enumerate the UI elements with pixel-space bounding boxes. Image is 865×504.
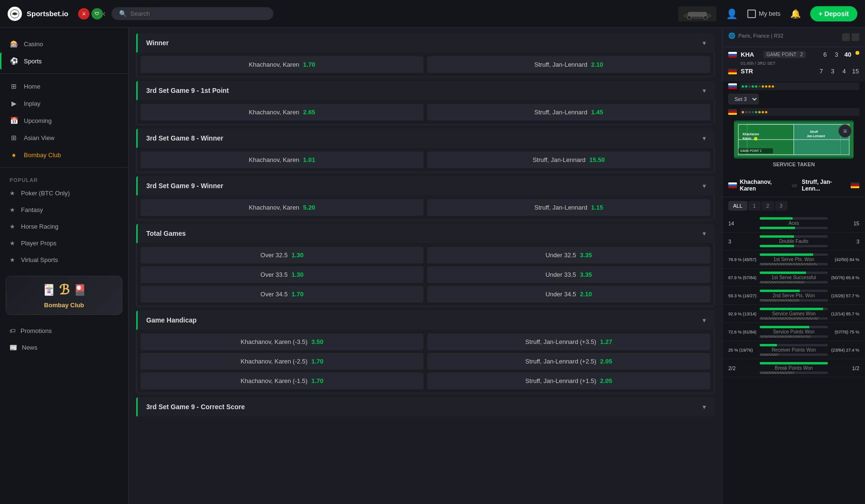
bet-button[interactable]: Khachanov, Karen 5.20 xyxy=(141,199,423,216)
user-icon[interactable]: 👤 xyxy=(726,8,738,20)
bet-button[interactable]: Khachanov, Karen 1.01 xyxy=(141,151,423,168)
market-header[interactable]: Game Handicap ▾ xyxy=(136,311,714,330)
bet-odds: 2.10 xyxy=(580,291,592,298)
game-point-badge: GAME POINT 2 xyxy=(764,51,806,58)
market-header[interactable]: 3rd Set Game 9 - 1st Point ▾ xyxy=(136,81,714,100)
sidebar-item-fantasy[interactable]: ★ Fantasy xyxy=(0,202,128,218)
sidebar-item-inplay[interactable]: ▶ Inplay xyxy=(0,95,128,112)
market-header[interactable]: 3rd Set Game 8 - Winner ▾ xyxy=(136,129,714,148)
mybets-button[interactable]: My bets xyxy=(747,10,781,18)
svg-point-4 xyxy=(704,16,707,20)
stat-bar-container: 1st Serve Pts. Won xyxy=(760,253,828,265)
search-icon: 🔍 xyxy=(119,10,127,17)
stat-label: Service Games Won xyxy=(760,311,828,316)
bet-label: Struff, Jan-Lennard xyxy=(534,204,587,211)
bet-label: Khachanov, Karen (-3.5) xyxy=(241,338,308,345)
bet-button[interactable]: Struff, Jan-Lennard (+3.5) 1.27 xyxy=(427,333,710,350)
bet-odds: 2.05 xyxy=(600,358,612,365)
bet-button[interactable]: Struff, Jan-Lennard 15.50 xyxy=(427,151,710,168)
stat-bar-left xyxy=(760,326,809,328)
sidebar-item-home[interactable]: ⊞ Home xyxy=(0,78,128,95)
sidebar-divider xyxy=(0,73,128,74)
bet-button[interactable]: Khachanov, Karen 2.65 xyxy=(141,104,423,121)
sidebar-item-poker[interactable]: ★ Poker (BTC Only) xyxy=(0,185,128,202)
bet-button[interactable]: Struff, Jan-Lennard (+1.5) 2.05 xyxy=(427,373,710,389)
sidebar-item-promotions[interactable]: 🏷 Promotions xyxy=(0,323,128,339)
player1-full-name: Khachanov, Karen xyxy=(740,179,787,192)
market-winner-header[interactable]: Winner ▾ xyxy=(136,33,714,52)
stats-tab-2[interactable]: 2 xyxy=(762,201,774,211)
sidebar: 🎰 Casino ⚽ Sports ⊞ Home ▶ Inplay 📅 Upco… xyxy=(0,28,129,504)
sidebar-item-virtual-sports[interactable]: ★ Virtual Sports xyxy=(0,252,128,268)
sidebar-item-horse-racing[interactable]: ★ Horse Racing xyxy=(0,218,128,235)
market-header[interactable]: Total Games ▾ xyxy=(136,224,714,243)
location-text: Paris, France | R32 xyxy=(738,33,784,39)
sidebar-item-casino[interactable]: 🎰 Casino xyxy=(0,35,128,52)
kha-rally-track xyxy=(740,82,859,90)
stat-left-val: 25 % (19/76) xyxy=(728,348,757,353)
bet-button[interactable]: Over 33.5 1.30 xyxy=(141,266,423,283)
bombay-promo-box[interactable]: 🃏 ℬ 🎴 Bombay Club xyxy=(6,276,122,315)
stat-bar-left xyxy=(760,272,806,274)
stat-right-val: (12/14) 85.7 % xyxy=(831,312,859,316)
bet-button[interactable]: Struff, Jan-Lennard 1.45 xyxy=(427,104,710,121)
stat-aces: 14 Aces 15 xyxy=(723,214,865,232)
set-select-dropdown[interactable]: Set 3 Set 2 Set 1 xyxy=(728,94,759,104)
stat-label: 1st Serve Successful xyxy=(760,275,828,280)
sidebar-item-player-props[interactable]: ★ Player Props xyxy=(0,235,128,252)
sidebar-item-upcoming[interactable]: 📅 Upcoming xyxy=(0,112,128,129)
sidebar-item-news[interactable]: 📰 News xyxy=(0,339,128,356)
sidebar-item-sports[interactable]: ⚽ Sports xyxy=(0,52,128,70)
bet-button[interactable]: Struff, Jan-Lennard (+2.5) 2.05 xyxy=(427,353,710,370)
bell-icon[interactable]: 🔔 xyxy=(790,9,801,19)
stats-tab-3[interactable]: 3 xyxy=(775,201,787,211)
stat-left-val: 59.3 % (16/27) xyxy=(728,293,757,298)
stat-left-val: 14 xyxy=(728,221,757,226)
bet-button[interactable]: Under 34.5 2.10 xyxy=(427,286,710,302)
player2-score-row: STR 7 3 4 15 xyxy=(728,68,859,75)
bet-button[interactable]: Struff, Jan-Lennard 2.10 xyxy=(427,56,710,73)
market-title: 3rd Set Game 9 - Winner xyxy=(146,182,223,190)
stat-2nd-serve-pts: 59.3 % (16/27) 2nd Serve Pts. Won (15/26… xyxy=(723,287,865,305)
bet-button[interactable]: Khachanov, Karen (-2.5) 1.70 xyxy=(141,353,423,370)
search-input[interactable] xyxy=(131,10,266,17)
bet-button[interactable]: Struff, Jan-Lennard 1.15 xyxy=(427,199,710,216)
bet-button[interactable]: Khachanov, Karen (-3.5) 3.50 xyxy=(141,333,423,350)
bet-button[interactable]: Under 32.5 3.35 xyxy=(427,247,710,263)
bet-button[interactable]: Over 32.5 1.30 xyxy=(141,247,423,263)
market-header[interactable]: 3rd Set Game 9 - Winner ▾ xyxy=(136,176,714,195)
match-location: 🌐 Paris, France | R32 xyxy=(728,32,784,39)
stats-tab-1[interactable]: 1 xyxy=(748,201,761,211)
layout: 🎰 Casino ⚽ Sports ⊞ Home ▶ Inplay 📅 Upco… xyxy=(0,28,865,504)
bet-button[interactable]: Khachanov, Karen 1.70 xyxy=(141,56,423,73)
stats-tab-all[interactable]: ALL xyxy=(728,201,747,211)
bet-button[interactable]: Under 33.5 3.35 xyxy=(427,266,710,283)
team-badges: ⚔ 🛡 xyxy=(78,8,103,20)
sidebar-item-asian-view[interactable]: ⊞ Asian View xyxy=(0,129,128,146)
svg-text:Jan-Lennard: Jan-Lennard xyxy=(807,134,825,138)
nav-back-button[interactable]: ‹ xyxy=(103,9,106,19)
bombay-icon: ♠ xyxy=(10,151,18,159)
market-header[interactable]: 3rd Set Game 9 - Correct Score ▾ xyxy=(136,397,714,416)
bet-button[interactable]: Khachanov, Karen (-1.5) 1.70 xyxy=(141,373,423,389)
bet-label: Khachanov, Karen xyxy=(249,156,299,163)
logo[interactable]: Sportsbet.io xyxy=(8,7,69,21)
sidebar-item-label: Horse Racing xyxy=(21,223,59,230)
mybets-icon xyxy=(747,10,756,18)
search-bar[interactable]: 🔍 xyxy=(111,7,273,20)
bet-button[interactable]: Over 34.5 1.70 xyxy=(141,286,423,302)
court-menu-button[interactable]: ≡ xyxy=(838,124,852,138)
stat-bar-left xyxy=(760,253,813,256)
news-label: News xyxy=(22,344,38,351)
bet-label: Over 32.5 xyxy=(261,252,288,259)
court-svg: Khachanov Karen Struff Jan-Lennard GAME … xyxy=(734,121,854,159)
market-winner-body: Khachanov, Karen 1.70 Struff, Jan-Lennar… xyxy=(136,52,714,77)
player2-flag-small xyxy=(851,182,859,188)
stat-bar-right xyxy=(760,335,811,338)
player1-flag-small xyxy=(728,182,737,188)
panel-minimize-button[interactable] xyxy=(842,33,850,41)
panel-expand-button[interactable] xyxy=(852,33,859,41)
sidebar-item-bombay-club[interactable]: ♠ Bombay Club xyxy=(0,146,128,163)
bet-odds: 2.65 xyxy=(303,109,315,116)
deposit-button[interactable]: + Deposit xyxy=(810,6,857,21)
